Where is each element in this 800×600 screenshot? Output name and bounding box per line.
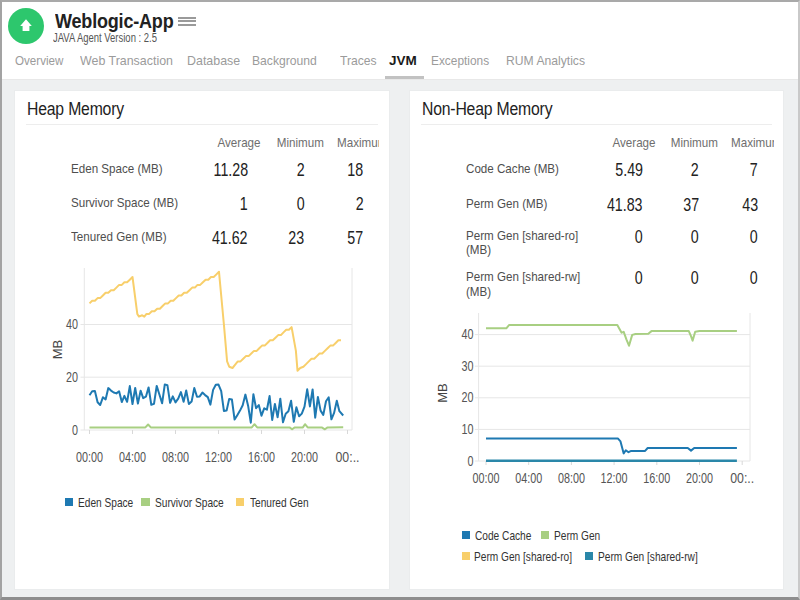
- svg-text:16:00: 16:00: [248, 449, 275, 465]
- svg-text:00:..: 00:..: [336, 449, 360, 465]
- svg-text:MB: MB: [434, 383, 449, 403]
- svg-text:16:00: 16:00: [643, 470, 670, 486]
- svg-text:12:00: 12:00: [600, 470, 627, 486]
- svg-text:MB: MB: [50, 340, 65, 360]
- svg-text:10: 10: [461, 421, 473, 437]
- svg-text:12:00: 12:00: [205, 449, 232, 465]
- svg-text:20: 20: [66, 369, 78, 385]
- svg-text:20:00: 20:00: [686, 470, 713, 486]
- svg-text:08:00: 08:00: [557, 470, 584, 486]
- svg-text:0: 0: [72, 422, 78, 438]
- svg-text:04:00: 04:00: [515, 470, 542, 486]
- svg-text:00:00: 00:00: [472, 470, 499, 486]
- svg-text:08:00: 08:00: [162, 449, 189, 465]
- svg-text:00:..: 00:..: [730, 470, 754, 486]
- svg-text:20: 20: [461, 389, 473, 405]
- svg-text:0: 0: [467, 453, 473, 469]
- svg-text:40: 40: [461, 326, 473, 342]
- svg-text:20:00: 20:00: [291, 449, 318, 465]
- svg-text:04:00: 04:00: [119, 449, 146, 465]
- svg-text:40: 40: [66, 316, 78, 332]
- svg-text:00:00: 00:00: [76, 449, 103, 465]
- svg-text:30: 30: [461, 358, 473, 374]
